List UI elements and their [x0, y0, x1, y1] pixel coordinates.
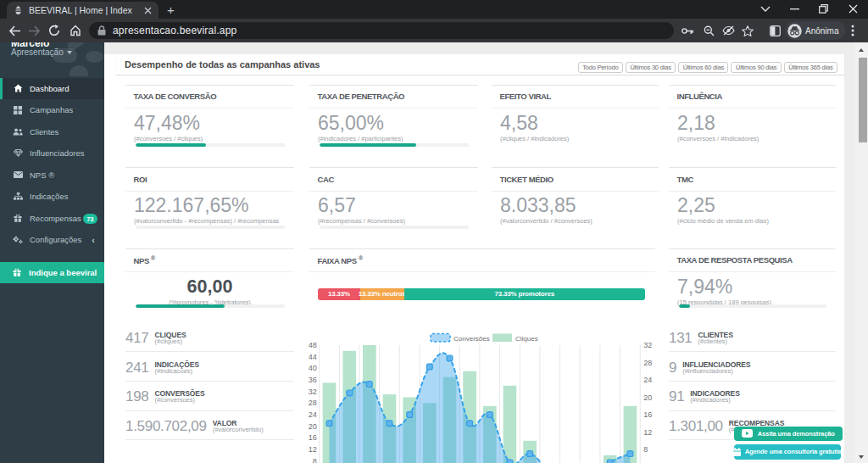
svg-text:16: 16 — [643, 410, 652, 419]
window-restore-button[interactable] — [810, 0, 836, 18]
svg-text:20: 20 — [309, 422, 317, 431]
address-bar[interactable]: apresentacao.beeviral.app — [89, 22, 674, 39]
filter-ultimos-365-dias[interactable]: Últimos 365 dias — [784, 62, 837, 73]
card-title: TICKET MÉDIO — [500, 175, 554, 184]
reload-icon[interactable] — [44, 20, 64, 41]
stat-item-valor: 1.590.702,09VALOR(#valorconvertido) — [125, 421, 294, 449]
stat-sub: (#valorconvertido) — [213, 427, 264, 433]
new-tab-button[interactable]: + — [164, 3, 178, 17]
card-sub: (#valorconvertido - #recompensas) / #rec… — [134, 217, 279, 225]
stat-value: 131 — [669, 332, 692, 343]
sidebar-item-recompensas[interactable]: Recompensas73 — [0, 208, 104, 230]
user-org-dropdown[interactable]: Apresentação — [11, 47, 72, 57]
filter-todo-periodo[interactable]: Todo Período — [578, 62, 623, 73]
kpi-card-cac: CAC6,57(#recompensas / #conversoes) — [309, 167, 478, 239]
svg-text:48: 48 — [309, 341, 317, 349]
incognito-profile-label: Anônima — [805, 26, 838, 36]
sidebar-item-campanhas[interactable]: Campanhas — [0, 99, 104, 121]
progress-bar — [136, 226, 285, 229]
tab-search-icon[interactable] — [753, 0, 778, 18]
period-filters: Todo PeríodoÚltimos 30 diasÚltimos 60 di… — [578, 62, 837, 73]
stat-value: 417 — [125, 332, 148, 343]
window-close-button[interactable] — [840, 0, 865, 18]
gift-icon — [13, 214, 23, 222]
svg-text:24: 24 — [309, 410, 317, 419]
side-panel-icon[interactable] — [765, 20, 785, 41]
gift-icon — [12, 268, 22, 276]
bookmark-star-icon[interactable] — [737, 20, 758, 41]
stat-value: 1.301,00 — [669, 421, 723, 432]
sidebar-item-dashboard[interactable]: Dashboard — [0, 78, 104, 100]
sidebar-logo-shape — [86, 51, 103, 63]
card-sub: (#conversoes / #cliques) — [134, 135, 203, 142]
registered-mark: ® — [359, 255, 363, 261]
browser-menu-icon[interactable] — [843, 20, 863, 41]
cta-button-youtube[interactable]: Assita uma demonstração — [734, 427, 843, 442]
sidebar-item-nps[interactable]: NPS ® — [0, 165, 104, 187]
stat-item-conversoes: 198CONVERSÕES(#conversoes) — [125, 391, 294, 420]
incognito-avatar-icon — [787, 24, 802, 38]
svg-text:28: 28 — [643, 359, 652, 367]
svg-text:32: 32 — [643, 341, 652, 349]
profile-incognito-pill[interactable]: Anônima — [785, 21, 845, 40]
stat-sub: (#indicadores) — [690, 397, 731, 404]
sidebar-item-influenciadores[interactable]: Influenciadores — [0, 142, 104, 165]
sidebar-item-indique-a-beeviral[interactable]: Indique a beeviral — [0, 262, 104, 284]
sidebar-item-clientes[interactable]: Clientes — [0, 121, 104, 143]
favicon — [14, 6, 23, 15]
nps-segment: 13.33% — [318, 288, 360, 300]
svg-text:8: 8 — [643, 445, 648, 454]
cta-button-calendar[interactable]: Agende uma consultoria gratuita — [734, 444, 842, 460]
tab-close-icon[interactable] — [142, 4, 153, 16]
filter-ultimos-90-dias[interactable]: Últimos 90 dias — [731, 62, 781, 73]
card-title: EFEITO VIRAL — [500, 92, 551, 101]
card-sub: (#cliques / #indicadores) — [500, 135, 569, 142]
browser-toolbar: apresentacao.beeviral.app Anônima — [0, 19, 868, 42]
sidebar-item-configuracoes[interactable]: Configurações‹ — [0, 229, 104, 251]
svg-text:36: 36 — [309, 376, 317, 384]
forward-icon[interactable] — [24, 20, 44, 41]
svg-text:12: 12 — [643, 428, 652, 437]
card-value: 6,57 — [318, 194, 356, 216]
svg-text:12: 12 — [309, 445, 317, 454]
kpi-card-taxa-de-resposta-pesquisa: TAXA DE RESPOSTA PESQUISA7,94%(15 respon… — [669, 248, 836, 314]
home-icon — [13, 84, 23, 92]
scrollbar[interactable] — [854, 42, 868, 463]
zoom-icon[interactable] — [698, 20, 719, 41]
stat-value: 9 — [669, 362, 676, 373]
scrollbar-thumb[interactable] — [859, 58, 867, 142]
scrollbar-up-arrow[interactable] — [859, 48, 864, 52]
window-minimize-button[interactable] — [782, 0, 807, 18]
sidebar-item-indicacoes[interactable]: Indicações — [0, 186, 104, 208]
card-sub: (#valorconvertido / #conversoes) — [500, 217, 593, 225]
back-icon[interactable] — [4, 20, 25, 41]
progress-bar — [320, 226, 469, 229]
card-value: 65,00% — [318, 112, 384, 134]
kpi-card-influencia: INFLUÊNCIA2,18(#conversoes / #indicadore… — [669, 85, 836, 156]
card-title: CAC — [318, 175, 334, 184]
passwords-key-icon[interactable] — [677, 20, 698, 41]
svg-text:Cliques: Cliques — [515, 335, 538, 343]
chart-legend: ConversõesCliques — [431, 334, 538, 343]
progress-bar — [136, 143, 285, 147]
calendar-icon — [733, 448, 741, 456]
card-sub: (#conversoes / #indicadores) — [677, 135, 759, 142]
scrollbar-down-arrow[interactable] — [859, 455, 864, 459]
kpi-card-ticket-medio: TICKET MÉDIO8.033,85(#valorconvertido / … — [492, 167, 659, 239]
home-icon[interactable] — [65, 20, 86, 41]
filter-ultimos-60-dias[interactable]: Últimos 60 dias — [678, 62, 728, 73]
caret-down-icon — [67, 51, 72, 54]
filter-ultimos-30-dias[interactable]: Últimos 30 dias — [626, 62, 676, 73]
stat-item-cliques: 417CLIQUES(#cliques) — [125, 332, 294, 361]
card-value: 2,25 — [677, 194, 715, 216]
browser-tab[interactable]: BEEVIRAL | Home | Index — [7, 2, 159, 19]
svg-text:32: 32 — [309, 388, 317, 396]
eye-off-icon[interactable] — [718, 20, 738, 41]
sitemap-icon — [13, 192, 23, 200]
registered-mark: ® — [151, 255, 155, 261]
card-value: 122.167,65% — [134, 194, 249, 216]
svg-text:44: 44 — [309, 353, 317, 361]
stat-value: 198 — [125, 391, 148, 402]
grid-icon — [13, 106, 23, 114]
stat-sub: (#cliques) — [154, 338, 182, 345]
